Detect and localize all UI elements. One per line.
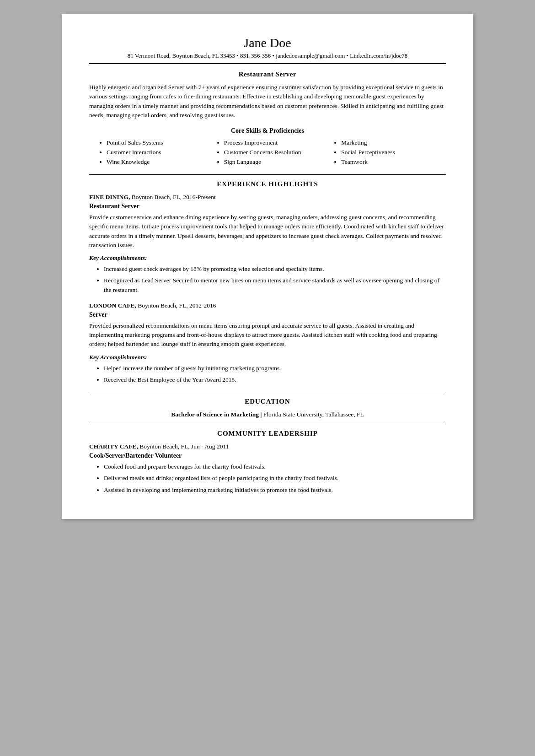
education-title: EDUCATION bbox=[89, 398, 446, 405]
skills-list-3: Marketing Social Perceptiveness Teamwork bbox=[333, 139, 441, 166]
degree-school: Florida State University, Tallahassee, F… bbox=[262, 411, 364, 418]
candidate-name: Jane Doe bbox=[89, 36, 446, 50]
skill-item: Point of Sales Systems bbox=[107, 139, 207, 146]
job-title-2: Server bbox=[89, 311, 446, 319]
acc-item: Recognized as Lead Server Secured to men… bbox=[104, 276, 446, 295]
acc-item: Helped increase the number of guests by … bbox=[104, 364, 446, 373]
community-item: Assisted in developing and implementing … bbox=[104, 486, 446, 495]
degree-label: Bachelor of Science in Marketing | bbox=[171, 411, 262, 418]
job-block-1: FINE DINING, Boynton Beach, FL, 2016-Pre… bbox=[89, 194, 446, 295]
job-desc-2: Provided personalized recommendations on… bbox=[89, 321, 446, 349]
employer-name-2: LONDON CAFE, bbox=[89, 302, 136, 309]
education-degree: Bachelor of Science in Marketing | Flori… bbox=[89, 411, 446, 418]
skill-item: Teamwork bbox=[341, 158, 441, 166]
header-divider bbox=[89, 63, 446, 64]
skills-columns: Point of Sales Systems Customer Interact… bbox=[89, 139, 446, 168]
community-item: Delivered meals and drinks; organized li… bbox=[104, 474, 446, 483]
job-block-2: LONDON CAFE, Boynton Beach, FL, 2012-201… bbox=[89, 302, 446, 384]
job-title-1: Restaurant Server bbox=[89, 203, 446, 210]
skill-item: Customer Interactions bbox=[107, 149, 207, 156]
community-section: COMMUNITY LEADERSHIP CHARITY CAFE, Boynt… bbox=[89, 430, 446, 495]
skill-item: Sign Language bbox=[224, 158, 324, 166]
skill-item: Social Perceptiveness bbox=[341, 149, 441, 156]
job-desc-1: Provide customer service and enhance din… bbox=[89, 213, 446, 250]
community-role: Cook/Server/Bartender Volunteer bbox=[89, 452, 446, 459]
contact-info: 81 Vermont Road, Boynton Beach, FL 33453… bbox=[89, 52, 446, 59]
community-dates: Boynton Beach, FL, Jun - Aug 2011 bbox=[138, 443, 229, 450]
education-divider bbox=[89, 392, 446, 392]
acc-item: Increased guest check averages by 18% by… bbox=[104, 265, 446, 274]
resume-title: Restaurant Server bbox=[89, 70, 446, 78]
community-employer: CHARITY CAFE, Boynton Beach, FL, Jun - A… bbox=[89, 443, 446, 450]
resume-header: Jane Doe 81 Vermont Road, Boynton Beach,… bbox=[89, 36, 446, 59]
community-title: COMMUNITY LEADERSHIP bbox=[89, 430, 446, 437]
job-employer-1: FINE DINING, Boynton Beach, FL, 2016-Pre… bbox=[89, 194, 446, 201]
key-acc-label-1: Key Accomplishments: bbox=[89, 254, 446, 262]
skills-heading: Core Skills & Proficiencies bbox=[89, 127, 446, 135]
skill-item: Process Improvement bbox=[224, 139, 324, 146]
skills-col-2: Process Improvement Customer Concerns Re… bbox=[211, 139, 329, 168]
employer-name-1: FINE DINING, bbox=[89, 194, 130, 200]
skills-col-3: Marketing Social Perceptiveness Teamwork bbox=[328, 139, 446, 168]
skills-list-1: Point of Sales Systems Customer Interact… bbox=[98, 139, 207, 166]
community-org: CHARITY CAFE, bbox=[89, 443, 138, 450]
job-employer-2: LONDON CAFE, Boynton Beach, FL, 2012-201… bbox=[89, 302, 446, 309]
summary-text: Highly energetic and organized Server wi… bbox=[89, 83, 446, 120]
acc-list-2: Helped increase the number of guests by … bbox=[89, 364, 446, 385]
employer-location-1: Boynton Beach, FL, 2016-Present bbox=[130, 194, 215, 200]
community-divider bbox=[89, 424, 446, 424]
resume-page: Jane Doe 81 Vermont Road, Boynton Beach,… bbox=[62, 14, 473, 519]
skills-col-1: Point of Sales Systems Customer Interact… bbox=[89, 139, 211, 168]
key-acc-label-2: Key Accomplishments: bbox=[89, 354, 446, 361]
skill-item: Marketing bbox=[341, 139, 441, 146]
acc-list-1: Increased guest check averages by 18% by… bbox=[89, 265, 446, 295]
experience-title: EXPERIENCE HIGHLIGHTS bbox=[89, 180, 446, 188]
employer-location-2: Boynton Beach, FL, 2012-2016 bbox=[136, 302, 216, 309]
skills-list-2: Process Improvement Customer Concerns Re… bbox=[216, 139, 324, 166]
community-item: Cooked food and prepare beverages for th… bbox=[104, 462, 446, 471]
experience-divider bbox=[89, 174, 446, 175]
skill-item: Wine Knowledge bbox=[107, 158, 207, 166]
education-section: EDUCATION Bachelor of Science in Marketi… bbox=[89, 398, 446, 418]
community-list: Cooked food and prepare beverages for th… bbox=[89, 462, 446, 495]
acc-item: Received the Best Employee of the Year A… bbox=[104, 375, 446, 384]
skill-item: Customer Concerns Resolution bbox=[224, 149, 324, 156]
